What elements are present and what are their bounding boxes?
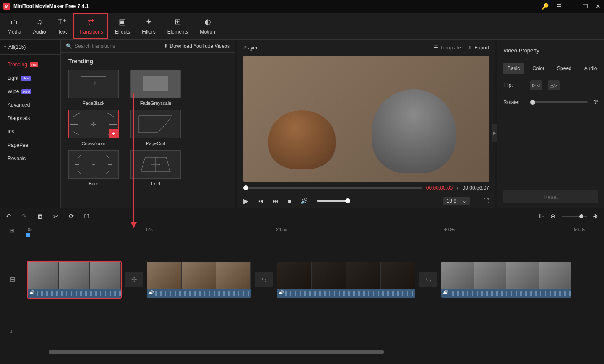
timeline-clip[interactable]	[277, 262, 415, 298]
tool-elements[interactable]: ⊞Elements	[161, 13, 194, 39]
transition-label: FadeBlack	[83, 101, 104, 106]
badge-new: New	[21, 89, 31, 94]
tool-label: Text	[57, 29, 67, 35]
sidebar-item-reveals[interactable]: Reveals	[0, 152, 60, 165]
delete-icon[interactable]: 🗑	[37, 213, 43, 220]
timeline-clip[interactable]	[28, 262, 121, 298]
search-icon: 🔍	[66, 43, 72, 49]
tab-basic[interactable]: Basic	[503, 63, 524, 74]
tab-audio[interactable]: Audio	[580, 63, 601, 74]
ruler-mark: 24.5s	[276, 227, 287, 232]
transition-fadeblack[interactable]: FadeBlack	[68, 70, 119, 106]
transition-label: Burn	[89, 181, 98, 186]
sidebar-item-trending[interactable]: TrendingHot	[0, 58, 60, 71]
timeline-clip[interactable]	[441, 262, 571, 298]
export-button[interactable]: ⇧ Export	[468, 45, 489, 51]
tool-effects[interactable]: ▣Effects	[109, 13, 136, 39]
tool-audio[interactable]: ♫Audio	[27, 13, 52, 39]
maximize-icon[interactable]: ❐	[583, 3, 588, 10]
ruler-mark: 0s	[28, 227, 33, 232]
stop-icon[interactable]: ■	[288, 198, 291, 204]
sidebar-item-light[interactable]: LightNew	[0, 71, 60, 85]
flip-vertical-button[interactable]: △▽	[548, 80, 560, 90]
play-icon[interactable]: ▶	[243, 197, 248, 205]
prev-frame-icon[interactable]: ⏮	[258, 198, 263, 204]
download-youtube-link[interactable]: ⬇ Download YouTube Videos	[164, 43, 230, 49]
category-sidebar: All(115) TrendingHotLightNewWipeNewAdvan…	[0, 40, 61, 208]
tab-color[interactable]: Color	[528, 63, 549, 74]
transition-burn[interactable]: ✦ Burn	[68, 150, 119, 186]
fullscreen-icon[interactable]: ⛶	[483, 198, 489, 204]
collapse-panel-icon[interactable]: ▶	[492, 124, 497, 142]
video-track-icon: 🎞	[0, 259, 24, 300]
ruler-mark: 40.9s	[444, 227, 455, 232]
sidebar-item-advanced[interactable]: Advanced	[0, 98, 60, 112]
transition-slot[interactable]: ⇆	[255, 272, 273, 287]
playhead[interactable]	[28, 224, 28, 350]
tab-speed[interactable]: Speed	[553, 63, 576, 74]
aspect-ratio-select[interactable]: 16:9 ⌄	[443, 197, 470, 205]
main-toolbar: 🗀Media♫AudioT⁺Text⇄Transitions▣Effects✦F…	[0, 13, 604, 40]
menu-icon[interactable]: ☰	[556, 3, 562, 10]
current-time: 00:00:00:00	[426, 185, 453, 191]
time-ruler[interactable]: 0s12s24.5s40.9s56.3s	[24, 224, 604, 236]
tool-motion[interactable]: ◐Motion	[194, 13, 221, 39]
download-icon: ⬇	[164, 43, 168, 49]
zoom-out-icon[interactable]: ⊖	[550, 213, 556, 220]
sidebar-item-label: Wipe	[8, 88, 19, 94]
video-preview	[243, 56, 489, 182]
transition-slot[interactable]: ⇆	[419, 272, 437, 287]
zoom-in-icon[interactable]: ⊕	[593, 213, 598, 220]
transition-fadegrayscale[interactable]: FadeGrayscale	[130, 70, 181, 106]
timeline-clip[interactable]	[147, 262, 251, 298]
flip-horizontal-button[interactable]: ▷|◁	[530, 80, 542, 90]
filters-icon: ✦	[146, 17, 152, 26]
transition-slot[interactable]: ✢	[125, 272, 143, 287]
sidebar-item-diagonals[interactable]: Diagonals	[0, 112, 60, 125]
zoom-slider[interactable]	[562, 216, 587, 217]
tool-media[interactable]: 🗀Media	[2, 13, 27, 39]
crop-icon[interactable]: ✂⃞	[84, 213, 89, 220]
category-all-label: All(115)	[8, 44, 26, 50]
undo-icon[interactable]: ↶	[6, 213, 11, 220]
close-icon[interactable]: ✕	[596, 3, 601, 10]
sidebar-item-label: Light	[8, 75, 18, 81]
speed-icon[interactable]: ⟳	[69, 213, 74, 220]
sidebar-item-wipe[interactable]: WipeNew	[0, 85, 60, 98]
search-input[interactable]	[75, 43, 138, 49]
horizontal-scrollbar[interactable]	[49, 350, 384, 354]
template-button[interactable]: ☰ Template	[434, 45, 461, 51]
volume-icon[interactable]: 🔊	[300, 198, 307, 204]
player-progress[interactable]	[243, 187, 422, 189]
app-title: MiniTool MovieMaker Free 7.4.1	[13, 3, 89, 9]
rotate-slider[interactable]	[530, 101, 588, 103]
video-track[interactable]: ✢⇆⇆	[24, 259, 604, 300]
time-separator: /	[457, 185, 458, 191]
add-track-icon[interactable]: ⊞	[0, 224, 24, 236]
tool-filters[interactable]: ✦Filters	[136, 13, 161, 39]
transition-pagecurl[interactable]: PageCurl	[130, 110, 181, 146]
add-transition-button[interactable]: +	[110, 130, 117, 137]
minimize-icon[interactable]: —	[569, 3, 575, 10]
sidebar-item-pagepeel[interactable]: PagePeel	[0, 138, 60, 152]
redo-icon[interactable]: ↷	[21, 213, 27, 220]
transition-fold[interactable]: Fold	[130, 150, 181, 186]
rotate-value: 0°	[594, 99, 598, 105]
key-icon[interactable]: 🔑	[542, 3, 549, 10]
sidebar-item-label: Reveals	[8, 156, 26, 161]
player-title: Player	[243, 45, 258, 51]
folder-icon: 🗀	[10, 18, 18, 26]
category-all[interactable]: All(115)	[0, 40, 60, 55]
split-icon[interactable]: ✂	[53, 213, 59, 220]
tool-text[interactable]: T⁺Text	[52, 13, 73, 39]
transition-crosszoom[interactable]: ✢ + CrossZoom	[68, 110, 119, 146]
next-frame-icon[interactable]: ⏭	[273, 198, 279, 204]
sidebar-item-iris[interactable]: Iris	[0, 125, 60, 138]
reset-button[interactable]: Reset	[503, 190, 598, 203]
tool-label: Motion	[200, 29, 215, 35]
volume-slider[interactable]	[317, 200, 350, 202]
auto-fit-icon[interactable]: ⊪	[539, 213, 544, 220]
tool-transitions[interactable]: ⇄Transitions	[73, 13, 109, 39]
flip-label: Flip:	[503, 82, 524, 88]
transition-label: PageCurl	[146, 141, 165, 146]
